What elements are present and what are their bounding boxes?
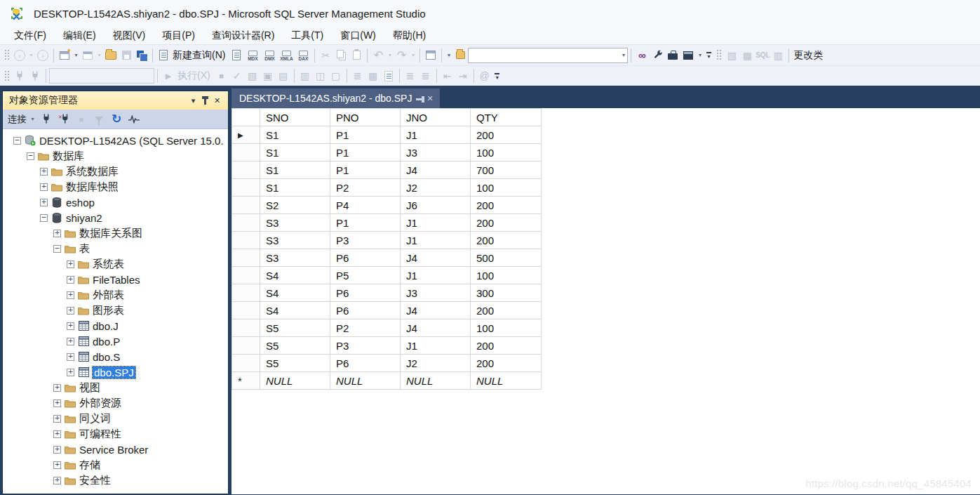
wrench-icon[interactable] (650, 48, 665, 63)
grid-cell[interactable]: S5 (260, 355, 330, 372)
grid-cell[interactable]: 200 (471, 232, 542, 249)
connect-object-icon[interactable] (39, 112, 54, 127)
tree-item[interactable]: +Service Broker (3, 442, 228, 457)
grid-cell-null[interactable]: NULL (330, 372, 401, 390)
new-query-button[interactable]: 新建查询(N) (171, 49, 229, 62)
grid-cell[interactable]: 200 (471, 355, 542, 372)
document-tab[interactable]: DESKTOP-L1542AS.shiyan2 - dbo.SPJ ✕ (231, 88, 440, 108)
toolbar-drag-grip[interactable] (4, 70, 9, 82)
tree-item[interactable]: +外部资源 (3, 395, 228, 411)
grid-cell[interactable]: P4 (330, 197, 401, 214)
grid-cell[interactable]: 200 (471, 337, 542, 355)
add-item-dropdown[interactable]: ▾ (95, 48, 103, 63)
tree-item-label[interactable]: 系统表 (93, 258, 124, 271)
client-statistics-icon[interactable]: ◫ (313, 68, 328, 84)
vs-window-icon[interactable]: ∞ (634, 48, 650, 63)
grid-cell[interactable]: S2 (260, 197, 330, 214)
connect-menu-dropdown[interactable]: ▾ (29, 112, 36, 127)
redo-icon[interactable]: ↷ (394, 48, 409, 63)
row-selector[interactable] (232, 214, 260, 232)
current-row-indicator[interactable]: ▶ (232, 126, 260, 144)
tree-item-label[interactable]: DESKTOP-L1542AS (SQL Server 15.0. (39, 135, 224, 147)
collapse-toggle-icon[interactable]: − (40, 214, 48, 222)
row-selector[interactable] (232, 302, 260, 319)
menu-item-6[interactable]: 窗口(W) (332, 28, 384, 44)
row-selector[interactable] (232, 232, 260, 249)
tree-item-label[interactable]: 数据库关系图 (79, 227, 142, 240)
connect-icon[interactable] (12, 68, 27, 84)
grid-cell[interactable]: J2 (401, 355, 471, 372)
grid-cell[interactable]: J4 (401, 302, 471, 319)
parse-icon[interactable]: ✓ (229, 68, 245, 84)
row-selector[interactable] (232, 161, 260, 179)
grid-cell[interactable]: S1 (260, 126, 330, 144)
tree-item-label[interactable]: 数据库 (53, 150, 84, 163)
tree-item[interactable]: +安全性 (3, 473, 228, 488)
tree-item[interactable]: +图形表 (3, 303, 228, 318)
expand-toggle-icon[interactable]: + (67, 291, 74, 299)
template-parameters-icon[interactable]: @ (477, 68, 492, 84)
tree-item-label[interactable]: 系统数据库 (66, 165, 119, 178)
tree-item[interactable]: +外部表 (3, 287, 228, 303)
menu-item-1[interactable]: 编辑(E) (55, 28, 105, 44)
tree-item[interactable]: +FileTables (3, 272, 228, 287)
execute-button[interactable]: 执行(X) (176, 70, 214, 82)
grid-cell[interactable]: S3 (260, 249, 330, 267)
diagram-pane-icon[interactable]: ▧ (724, 48, 739, 63)
row-selector[interactable] (232, 319, 260, 337)
grid-cell[interactable]: P6 (330, 249, 401, 267)
undo-dropdown[interactable]: ▾ (386, 48, 394, 63)
expand-toggle-icon[interactable]: + (53, 477, 61, 484)
paste-icon[interactable] (349, 48, 364, 63)
menu-item-0[interactable]: 文件(F) (6, 28, 55, 44)
expand-toggle-icon[interactable]: + (40, 183, 48, 191)
connect-menu-button[interactable]: 连接 (8, 113, 27, 126)
expand-toggle-icon[interactable]: + (53, 384, 61, 392)
cut-icon[interactable]: ✂ (318, 48, 333, 63)
pin-icon[interactable] (199, 95, 211, 107)
toolbar-options-overflow[interactable]: ▾ (492, 68, 502, 84)
new-project-dropdown[interactable]: ▾ (72, 48, 80, 63)
row-selector[interactable] (232, 267, 260, 284)
tree-item[interactable]: +数据库快照 (3, 179, 228, 194)
grid-cell[interactable]: 300 (471, 284, 542, 302)
grid-cell[interactable]: J4 (401, 161, 471, 179)
grid-cell[interactable]: S3 (260, 214, 330, 232)
row-selector[interactable] (232, 179, 260, 197)
find-in-files-icon[interactable] (452, 48, 468, 63)
filter-icon[interactable] (91, 112, 107, 127)
sql-pane-icon[interactable]: SQL (755, 48, 770, 63)
new-current-connection-query-icon[interactable] (229, 48, 244, 63)
grid-cell[interactable]: P3 (330, 232, 401, 249)
expand-toggle-icon[interactable]: + (67, 338, 74, 345)
row-selector[interactable] (232, 197, 260, 214)
undo-icon[interactable]: ↶ (370, 48, 386, 63)
expand-toggle-icon[interactable]: + (67, 369, 74, 376)
grid-cell[interactable]: J3 (401, 144, 471, 161)
tree-item-label[interactable]: dbo.P (93, 336, 120, 348)
grid-cell[interactable]: S3 (260, 232, 330, 249)
grid-cell[interactable]: P1 (330, 144, 401, 161)
find-combobox-dropdown[interactable]: ▾ (619, 48, 627, 62)
expand-toggle-icon[interactable]: + (53, 430, 61, 438)
grid-cell[interactable]: 200 (471, 302, 542, 319)
grid-cell[interactable]: J1 (401, 337, 471, 355)
grid-cell[interactable]: S4 (260, 267, 330, 284)
tree-item-label[interactable]: 外部表 (93, 289, 124, 302)
tree-item[interactable]: +dbo.J (3, 318, 228, 334)
query-window-dropdown[interactable]: ▾ (445, 48, 452, 63)
tree-item-label[interactable]: 外部资源 (79, 397, 121, 410)
change-connection-icon[interactable] (27, 68, 43, 84)
save-all-icon[interactable] (134, 48, 149, 63)
grid-cell[interactable]: S4 (260, 284, 330, 302)
grid-cell[interactable]: 200 (471, 214, 542, 232)
expand-toggle-icon[interactable]: + (40, 168, 48, 176)
tree-item-label[interactable]: 表 (79, 242, 90, 256)
grid-cell[interactable]: J1 (401, 232, 471, 249)
new-query-icon[interactable] (156, 48, 171, 63)
dax-query-icon[interactable]: DAX (295, 47, 311, 64)
tree-item[interactable]: +dbo.SPJ (3, 364, 228, 380)
expand-toggle-icon[interactable]: + (67, 260, 74, 268)
refresh-icon[interactable]: ↻ (109, 112, 124, 127)
grid-cell[interactable]: 200 (471, 197, 542, 214)
